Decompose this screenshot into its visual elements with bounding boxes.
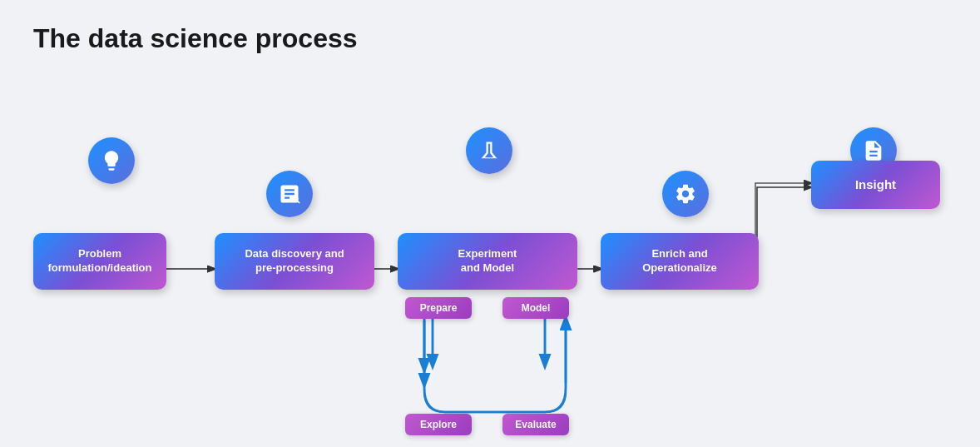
insight-box: Insight: [811, 161, 940, 209]
model-label: Model: [502, 297, 569, 319]
problem-box: Problemformulation/ideation: [33, 233, 166, 290]
prepare-label: Prepare: [405, 297, 472, 319]
evaluate-label: Evaluate: [502, 414, 569, 435]
data-discovery-icon-circle: [266, 171, 313, 217]
data-discovery-box: Data discovery andpre-processing: [215, 233, 374, 290]
experiment-icon-circle: [466, 127, 512, 174]
experiment-box: Experimentand Model: [398, 233, 577, 290]
enrich-box: Enrich andOperationalize: [601, 233, 759, 290]
diagram-area: Problemformulation/ideation Data discove…: [0, 62, 980, 445]
svg-line-14: [298, 201, 299, 203]
page-title: The data science process: [0, 0, 980, 54]
lightbulb-icon-circle: [88, 137, 135, 184]
enrich-icon-circle: [662, 171, 709, 217]
explore-label: Explore: [405, 414, 472, 435]
